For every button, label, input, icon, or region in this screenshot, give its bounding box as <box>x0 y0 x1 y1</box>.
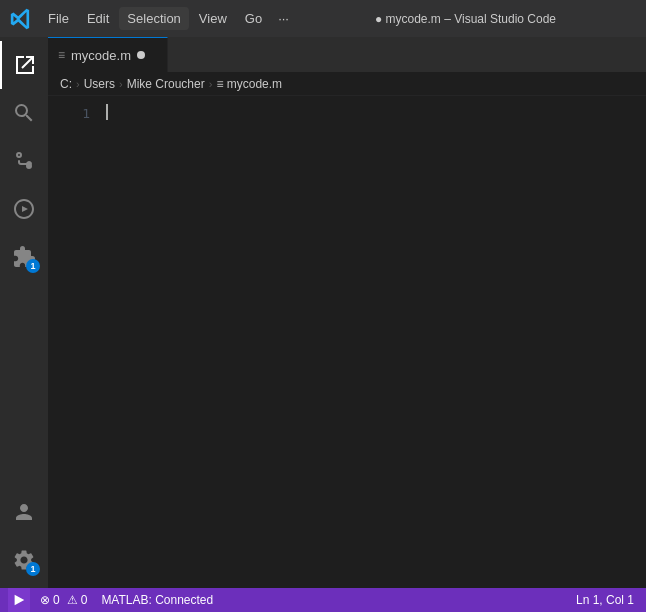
go-menu[interactable]: Go <box>237 7 270 30</box>
warning-icon: ⚠ <box>67 593 78 607</box>
line-number-1: 1 <box>48 104 90 123</box>
cursor-position[interactable]: Ln 1, Col 1 <box>572 593 638 607</box>
edit-menu[interactable]: Edit <box>79 7 117 30</box>
matlab-status-text: MATLAB: Connected <box>101 593 213 607</box>
error-count: 0 <box>53 593 60 607</box>
selection-menu[interactable]: Selection <box>119 7 188 30</box>
tab-file-icon: ≡ <box>58 48 65 62</box>
status-left: ⊗ 0 ⚠ 0 MATLAB: Connected <box>8 588 217 612</box>
code-editor[interactable] <box>98 96 646 588</box>
more-menu[interactable]: ··· <box>272 7 295 30</box>
error-icon: ⊗ <box>40 593 50 607</box>
status-right: Ln 1, Col 1 <box>572 593 638 607</box>
title-bar: File Edit Selection View Go ··· ● mycode… <box>0 0 646 37</box>
tab-modified-dot <box>137 51 145 59</box>
main-layout: 1 1 ≡ mycode.m C: › <box>0 37 646 588</box>
window-title: ● mycode.m – Visual Studio Code <box>295 12 636 26</box>
extensions-icon[interactable]: 1 <box>0 233 48 281</box>
code-line-1 <box>106 104 646 120</box>
explorer-icon[interactable] <box>0 41 48 89</box>
status-bar: ⊗ 0 ⚠ 0 MATLAB: Connected Ln 1, Col 1 <box>0 588 646 612</box>
warning-count: 0 <box>81 593 88 607</box>
editor-content[interactable]: 1 <box>48 96 646 588</box>
file-menu[interactable]: File <box>40 7 77 30</box>
accounts-icon[interactable] <box>0 488 48 536</box>
breadcrumb-c[interactable]: C: <box>60 77 72 91</box>
mycode-tab[interactable]: ≡ mycode.m <box>48 37 168 72</box>
git-branch-button[interactable] <box>8 588 30 612</box>
text-cursor <box>106 104 108 120</box>
search-icon[interactable] <box>0 89 48 137</box>
breadcrumb-file[interactable]: ≡ mycode.m <box>216 77 282 91</box>
run-debug-icon[interactable] <box>0 185 48 233</box>
app-icon <box>10 8 32 30</box>
breadcrumb-mike[interactable]: Mike Croucher <box>127 77 205 91</box>
remote-icon <box>12 593 26 607</box>
tab-label: mycode.m <box>71 48 131 63</box>
line-numbers: 1 <box>48 96 98 588</box>
activity-bar: 1 1 <box>0 37 48 588</box>
settings-icon[interactable]: 1 <box>0 536 48 584</box>
source-control-icon[interactable] <box>0 137 48 185</box>
extensions-badge: 1 <box>26 259 40 273</box>
errors-button[interactable]: ⊗ 0 ⚠ 0 <box>36 593 91 607</box>
editor-area: ≡ mycode.m C: › Users › Mike Croucher › … <box>48 37 646 588</box>
view-menu[interactable]: View <box>191 7 235 30</box>
tab-bar: ≡ mycode.m <box>48 37 646 72</box>
matlab-status[interactable]: MATLAB: Connected <box>97 593 217 607</box>
breadcrumb-users[interactable]: Users <box>84 77 115 91</box>
cursor-position-text: Ln 1, Col 1 <box>576 593 634 607</box>
menu-bar: File Edit Selection View Go ··· <box>40 7 295 30</box>
settings-badge: 1 <box>26 562 40 576</box>
breadcrumb: C: › Users › Mike Croucher › ≡ mycode.m <box>48 72 646 96</box>
